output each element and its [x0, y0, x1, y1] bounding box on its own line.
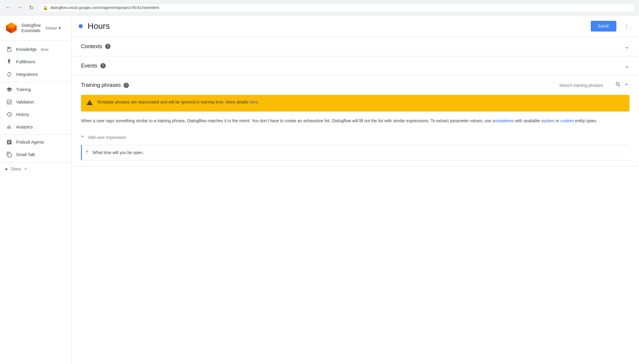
sidebar-item-fulfillment[interactable]: Fulfillment	[0, 56, 69, 68]
contexts-section-header[interactable]: Contexts ? ⌄	[81, 43, 629, 50]
training-phrases-section: Training phrases ?	[71, 76, 639, 167]
warning-text: Template phrases are deprecated and will…	[97, 99, 259, 105]
main-content: Hours SAVE ⋮ Contexts ? ⌄ Eve	[71, 15, 639, 364]
intent-title: Hours	[88, 21, 586, 31]
contexts-section: Contexts ? ⌄	[71, 37, 639, 56]
site-security-icon: 🔒	[43, 5, 48, 10]
warning-triangle-icon	[86, 99, 93, 107]
address-bar[interactable]: 🔒 dialogflow.cloud.google.com/#/agent/my…	[38, 3, 635, 12]
sidebar-item-knowledge[interactable]: Knowledge [beta]	[0, 43, 69, 56]
events-section-header[interactable]: Events ? ⌄	[81, 62, 629, 69]
sidebar-item-analytics[interactable]: Analytics	[0, 121, 69, 133]
search-training-phrases-input[interactable]	[559, 83, 613, 88]
browser-bar: ← → ↻ 🔒 dialogflow.cloud.google.com/#/ag…	[0, 0, 639, 15]
sidebar-item-prebuilt-agents[interactable]: Prebuilt Agents	[0, 136, 69, 148]
sidebar-divider-3	[0, 162, 71, 162]
dialogflow-logo	[5, 21, 18, 34]
sidebar-nav: Knowledge [beta] Fulfillment Integration…	[0, 41, 71, 177]
logo-text: Dialogflow Essentials	[21, 23, 41, 33]
sidebar-item-training[interactable]: Training	[0, 83, 69, 96]
check-box-icon	[6, 99, 13, 105]
search-phrases-area	[559, 81, 629, 89]
contexts-chevron-icon[interactable]: ⌄	[624, 43, 629, 50]
training-phrases-help-icon[interactable]: ?	[124, 83, 129, 88]
contexts-title: Contexts	[81, 43, 102, 50]
sidebar-item-docs[interactable]: ► Docs ↗	[0, 164, 71, 174]
sidebar-divider-1	[0, 82, 71, 82]
warning-banner: Template phrases are deprecated and will…	[81, 95, 629, 112]
custom-link[interactable]: custom	[560, 118, 574, 123]
more-options-button[interactable]: ⋮	[621, 20, 632, 32]
system-link[interactable]: system	[541, 118, 554, 123]
copy-icon	[6, 151, 13, 158]
add-expression-row: ❝	[81, 130, 629, 145]
docs-label: Docs	[11, 167, 21, 171]
sidebar-item-small-talk[interactable]: Small Talk	[0, 148, 69, 161]
events-section: Events ? ⌄	[71, 56, 639, 76]
bar-chart-icon	[6, 124, 13, 130]
clock-icon	[6, 111, 13, 118]
training-phrases-header: Training phrases ?	[81, 81, 629, 89]
article-icon	[6, 139, 13, 145]
intent-status-dot	[79, 24, 83, 28]
sidebar-header: Dialogflow Essentials Global ▼	[0, 15, 71, 41]
sidebar-item-integrations[interactable]: Integrations	[0, 68, 69, 81]
chevron-down-icon: ▼	[58, 26, 62, 30]
add-expression-input[interactable]	[88, 135, 629, 140]
phrase-quote-icon: ❝	[85, 149, 88, 156]
chevron-right-icon: ►	[5, 167, 9, 171]
global-selector[interactable]: Global ▼	[44, 26, 62, 30]
book-icon	[6, 46, 13, 53]
training-phrases-collapse-icon[interactable]	[624, 81, 629, 89]
form-area: Contexts ? ⌄ Events ? ⌄	[71, 37, 639, 364]
annotations-link[interactable]: annotations	[492, 118, 514, 123]
events-chevron-icon[interactable]: ⌄	[624, 62, 629, 69]
forward-button[interactable]: →	[15, 3, 24, 12]
warning-link[interactable]: here	[250, 100, 258, 104]
training-description: When a user says something similar to a …	[81, 117, 629, 124]
save-button[interactable]: SAVE	[591, 21, 616, 32]
events-help-icon[interactable]: ?	[100, 63, 106, 68]
phrase-text: What time will you be open.	[93, 150, 629, 155]
sidebar-item-history[interactable]: History	[0, 108, 69, 121]
integrations-icon	[6, 71, 13, 78]
external-link-icon: ↗	[24, 167, 27, 171]
url-text: dialogflow.cloud.google.com/#/agent/mypr…	[50, 5, 159, 10]
sidebar-divider-2	[0, 134, 71, 135]
reload-button[interactable]: ↻	[27, 3, 35, 12]
top-bar: Hours SAVE ⋮	[71, 15, 639, 37]
events-title: Events	[81, 63, 97, 69]
back-button[interactable]: ←	[4, 3, 13, 12]
app-container: Dialogflow Essentials Global ▼ Knowledge…	[0, 15, 639, 364]
school-icon	[6, 86, 13, 93]
training-phrase-row: ❝ What time will you be open.	[81, 145, 629, 160]
search-icon[interactable]	[615, 81, 621, 89]
quote-icon: ❝	[81, 134, 84, 141]
sidebar-item-validation[interactable]: Validation	[0, 96, 69, 108]
sidebar: Dialogflow Essentials Global ▼ Knowledge…	[0, 15, 71, 364]
contexts-help-icon[interactable]: ?	[105, 44, 110, 49]
training-phrases-title: Training phrases	[81, 82, 121, 88]
bolt-icon	[6, 59, 13, 65]
